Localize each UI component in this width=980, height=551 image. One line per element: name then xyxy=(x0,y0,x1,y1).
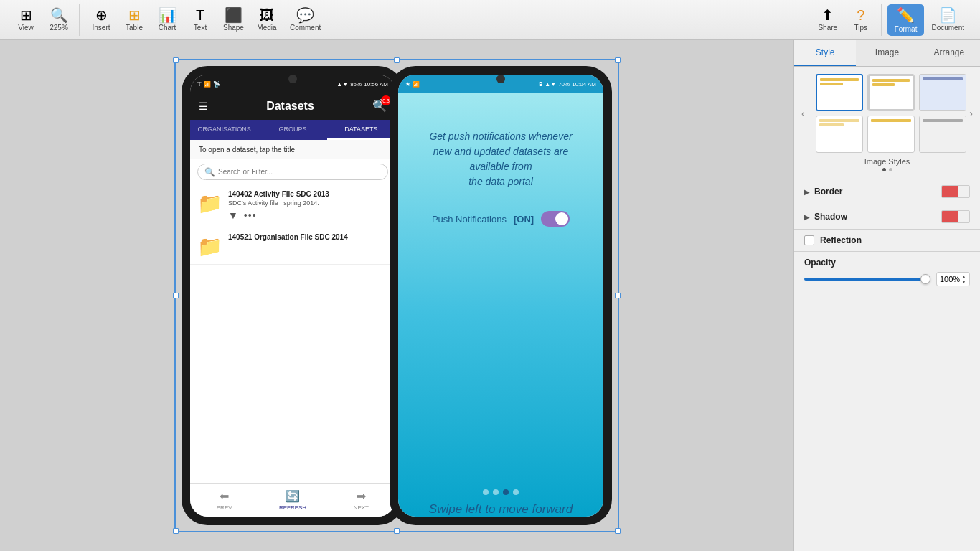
search-bar-wrapper: 🔍 xyxy=(197,164,388,180)
push-notification-text: Get push notifications whenevernew and u… xyxy=(429,129,572,189)
media-icon: 🖼 xyxy=(260,8,274,22)
styles-chevron-right[interactable]: › xyxy=(969,108,973,119)
toolbar: ⊞ View 🔍 225% ⊕ Insert ⊞ Table 📊 Chart T… xyxy=(0,0,980,40)
wifi-icon: 📡 xyxy=(213,81,220,88)
handle-br[interactable] xyxy=(615,528,621,534)
zoom-icon: 🔍 xyxy=(50,8,68,22)
search-btn-wrapper: 🔍 20:35 xyxy=(372,99,387,113)
view-icon: ⊞ xyxy=(20,8,32,22)
style-thumb-3[interactable] xyxy=(919,74,966,111)
opacity-value-box: 100% ▲ ▼ xyxy=(936,272,970,286)
style-thumb-6[interactable] xyxy=(919,116,966,153)
view-button[interactable]: ⊞ View xyxy=(10,4,42,36)
more-options-icon[interactable]: ••• xyxy=(244,209,257,221)
tab-datasets[interactable]: DATASETS xyxy=(327,120,395,140)
shape-button[interactable]: ⬛ Shape xyxy=(217,4,250,36)
document-button[interactable]: 📄 Document xyxy=(925,4,970,36)
left-phone-frame: 𝕋 📶 📡 ▲▼ 86% 10:56 AM xyxy=(182,66,404,525)
dataset-name-1[interactable]: 140402 Activity File SDC 2013 xyxy=(228,190,388,198)
reflection-section: Reflection xyxy=(794,229,980,251)
nav-prev[interactable]: ⬅ PREV xyxy=(190,486,258,514)
shadow-chevron-icon: ▶ xyxy=(804,213,810,221)
push-toggle-switch[interactable] xyxy=(541,211,570,227)
reflection-label: Reflection xyxy=(820,235,862,245)
insert-button[interactable]: ⊕ Insert xyxy=(85,4,117,36)
view-label: View xyxy=(18,24,34,32)
prev-label: PREV xyxy=(217,504,232,511)
insert-group: ⊕ Insert ⊞ Table 📊 Chart T Text ⬛ Shape … xyxy=(81,4,331,36)
style-thumb-1[interactable] xyxy=(816,74,863,111)
opacity-slider-track xyxy=(804,278,930,281)
shadow-title: Shadow xyxy=(814,212,937,222)
toggle-knob xyxy=(555,212,568,225)
handle-mr[interactable] xyxy=(615,293,621,298)
hamburger-icon[interactable]: ☰ xyxy=(199,100,208,112)
table-label: Table xyxy=(126,24,143,32)
dataset-item-2: 📁 140521 Organisation File SDC 2014 xyxy=(190,227,395,265)
handle-ml[interactable] xyxy=(173,293,179,298)
chart-button[interactable]: 📊 Chart xyxy=(151,4,183,36)
insert-icon: ⊕ xyxy=(95,8,108,22)
format-group: ✏️ Format 📄 Document xyxy=(883,4,974,36)
next-icon: ➡ xyxy=(357,489,366,503)
search-input[interactable] xyxy=(197,164,388,180)
tab-groups[interactable]: GROUPS xyxy=(258,120,326,140)
handle-bl[interactable] xyxy=(173,528,179,534)
handle-tl[interactable] xyxy=(173,57,179,63)
opacity-section: Opacity 100% ▲ ▼ xyxy=(794,251,980,292)
opacity-label: Opacity xyxy=(804,258,970,268)
wifi-icon-r: 📶 xyxy=(413,81,420,88)
comment-button[interactable]: 💬 Comment xyxy=(284,4,326,36)
opacity-slider-thumb[interactable] xyxy=(920,274,930,284)
refresh-icon: 🔄 xyxy=(286,489,300,503)
shadow-color-swatch[interactable] xyxy=(941,210,970,223)
tab-organisations[interactable]: ORGANISATIONS xyxy=(190,120,258,140)
expand-arrow-icon[interactable]: ▼ xyxy=(228,209,238,221)
image-styles-grid: ‹ xyxy=(801,74,973,153)
border-color-swatch[interactable] xyxy=(941,185,970,198)
format-icon: ✏️ xyxy=(897,6,915,24)
handle-tm[interactable] xyxy=(394,57,400,63)
push-on-label: [ON] xyxy=(514,214,534,225)
share-label: Share xyxy=(818,24,837,32)
reflection-checkbox[interactable] xyxy=(804,235,814,245)
shadow-header[interactable]: ▶ Shadow xyxy=(804,210,970,223)
table-button[interactable]: ⊞ Table xyxy=(118,4,150,36)
share-button[interactable]: ⬆ Share xyxy=(812,4,844,36)
shape-label: Shape xyxy=(223,24,244,32)
format-label: Format xyxy=(895,25,918,33)
media-button[interactable]: 🖼 Media xyxy=(251,4,283,36)
battery-r: 70% xyxy=(558,81,570,88)
handle-tr[interactable] xyxy=(615,57,621,63)
tab-image[interactable]: Image xyxy=(856,40,918,66)
document-icon: 📄 xyxy=(939,8,957,22)
canvas-area[interactable]: 𝕋 📶 📡 ▲▼ 86% 10:56 AM xyxy=(0,40,793,551)
dataset-hint: To open a dataset, tap the title xyxy=(190,140,395,159)
style-thumb-2[interactable] xyxy=(867,74,915,111)
image-styles-section: ‹ xyxy=(794,67,980,179)
left-status-icons-left: 𝕋 📶 📡 xyxy=(197,81,220,88)
folder-icon-2: 📁 xyxy=(197,235,222,258)
style-dots xyxy=(801,168,973,171)
opacity-increment[interactable]: ▲ xyxy=(961,274,966,279)
opacity-decrement[interactable]: ▼ xyxy=(961,279,966,284)
dataset-name-2[interactable]: 140521 Organisation File SDC 2014 xyxy=(228,233,388,241)
tab-style[interactable]: Style xyxy=(794,40,856,66)
border-title: Border xyxy=(814,187,937,197)
search-button-left[interactable]: 🔍 20:35 xyxy=(372,100,387,112)
style-thumb-5[interactable] xyxy=(867,116,915,153)
styles-chevron-left[interactable]: ‹ xyxy=(801,108,805,119)
border-chevron-icon: ▶ xyxy=(804,188,810,196)
zoom-button[interactable]: 🔍 225% xyxy=(43,4,75,36)
nav-refresh[interactable]: 🔄 REFRESH xyxy=(258,486,326,514)
border-header[interactable]: ▶ Border xyxy=(804,185,970,198)
style-thumb-4[interactable] xyxy=(816,116,863,153)
handle-bm[interactable] xyxy=(394,528,400,534)
nav-next[interactable]: ➡ NEXT xyxy=(327,486,395,514)
right-status-icons-left: ★ 📶 xyxy=(405,81,420,88)
text-button[interactable]: T Text xyxy=(184,4,216,36)
right-panel: Style Image Arrange ‹ xyxy=(793,40,980,551)
tips-button[interactable]: ? Tips xyxy=(845,4,877,36)
tab-arrange[interactable]: Arrange xyxy=(918,40,980,66)
format-button[interactable]: ✏️ Format xyxy=(887,4,925,36)
